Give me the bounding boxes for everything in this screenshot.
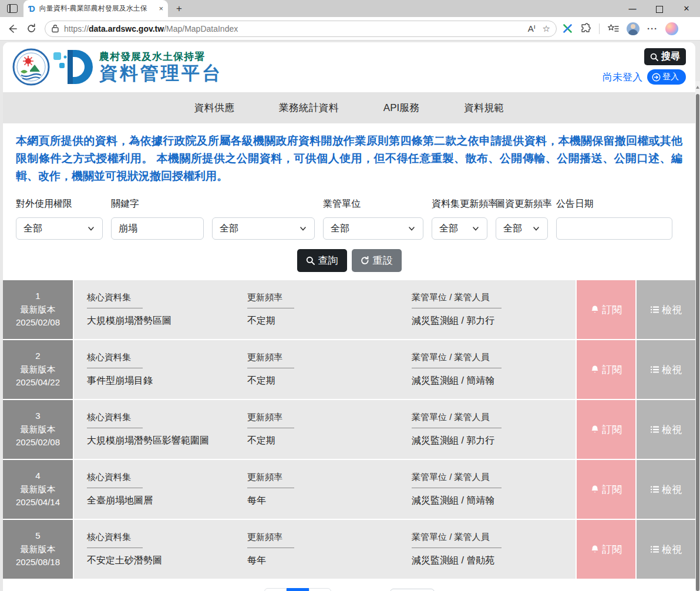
extensions-puzzle-icon[interactable] bbox=[580, 23, 591, 34]
row-version-cell: 1 最新版本 2025/02/08 bbox=[3, 280, 73, 339]
window-controls: — ✕ bbox=[619, 0, 700, 17]
profile-avatar[interactable] bbox=[627, 22, 640, 35]
subscribe-button[interactable]: 訂閱 bbox=[577, 400, 635, 459]
browser-tab[interactable]: Ɗ 向量資料-農業部農村發展及水土保 × bbox=[23, 0, 168, 17]
row-version-label: 最新版本 bbox=[21, 303, 56, 317]
scrollbar-thumb[interactable] bbox=[696, 94, 699, 591]
frequency-label: 更新頻率 bbox=[247, 292, 294, 308]
dataset-field: 核心資料集 大規模崩塌潛勢區圖 bbox=[87, 292, 247, 327]
map-frequency-select[interactable]: 全部 bbox=[496, 217, 548, 240]
tab-close-icon[interactable]: × bbox=[159, 4, 163, 13]
login-icon bbox=[652, 73, 661, 82]
permission-select[interactable]: 全部 bbox=[16, 217, 103, 240]
close-icon[interactable]: ✕ bbox=[673, 0, 700, 17]
row-number: 5 bbox=[35, 529, 40, 543]
site-logo[interactable]: 農村發展及水土保持署 資料管理平台 bbox=[12, 48, 223, 86]
unit-select[interactable]: 全部 bbox=[323, 217, 423, 240]
row-date: 2025/04/14 bbox=[16, 496, 60, 509]
frequency-value: 每年 bbox=[247, 555, 412, 567]
dataset-name: 大規模崩塌潛勢區圖 bbox=[87, 315, 247, 327]
favorites-bar-icon[interactable] bbox=[607, 23, 619, 34]
row-version-label: 最新版本 bbox=[21, 483, 56, 496]
header-search-button[interactable]: 搜尋 bbox=[644, 48, 686, 65]
filter-unit: 業管單位 全部 bbox=[323, 198, 423, 240]
list-icon bbox=[650, 365, 659, 374]
category-select[interactable]: 全部 bbox=[212, 217, 315, 240]
subscribe-button[interactable]: 訂閱 bbox=[577, 340, 635, 399]
back-icon[interactable] bbox=[5, 21, 20, 36]
prev-page-button[interactable]: « bbox=[264, 588, 287, 591]
query-button[interactable]: 查詢 bbox=[297, 249, 347, 272]
subscribe-button[interactable]: 訂閱 bbox=[577, 520, 635, 579]
address-bar[interactable]: https://data.ardswc.gov.tw/Map/MapDataIn… bbox=[45, 21, 557, 37]
chevron-down-icon bbox=[472, 224, 480, 233]
nav-item-data-standard[interactable]: 資料規範 bbox=[464, 101, 504, 115]
subscribe-button[interactable]: 訂閱 bbox=[577, 460, 635, 519]
unit-value: 減災監測組 / 郭力行 bbox=[412, 315, 576, 327]
row-number: 2 bbox=[35, 350, 40, 363]
dataset-label: 核心資料集 bbox=[87, 352, 143, 368]
view-button[interactable]: 檢視 bbox=[637, 340, 695, 399]
agency-emblem-icon bbox=[12, 48, 50, 86]
page-size-select[interactable]: 6 bbox=[390, 589, 435, 591]
dataset-frequency-select[interactable]: 全部 bbox=[432, 217, 487, 240]
copilot-icon[interactable] bbox=[665, 22, 678, 35]
favorite-star-icon[interactable]: ☆ bbox=[543, 23, 550, 34]
row-version-cell: 4 最新版本 2025/04/14 bbox=[3, 460, 73, 519]
workspaces-icon[interactable] bbox=[7, 4, 18, 13]
nav-item-api[interactable]: API服務 bbox=[383, 101, 419, 115]
search-icon bbox=[306, 256, 315, 265]
maximize-icon[interactable] bbox=[646, 0, 673, 17]
refresh-icon[interactable] bbox=[23, 21, 39, 36]
read-aloud-icon[interactable]: Aᑊ bbox=[528, 23, 536, 34]
scroll-up-icon[interactable] bbox=[696, 86, 699, 89]
unit-label: 業管單位 / 業管人員 bbox=[412, 412, 502, 428]
chevron-down-icon bbox=[532, 224, 540, 233]
next-page-button[interactable]: » bbox=[309, 588, 331, 591]
login-button[interactable]: 登入 bbox=[647, 69, 686, 85]
toolbar-extensions: ··· bbox=[563, 22, 678, 35]
table-row: 5 最新版本 2025/08/18 核心資料集 不安定土砂潛勢圖 更新頻率 每年… bbox=[3, 520, 695, 579]
row-content: 核心資料集 大規模崩塌潛勢區圖 更新頻率 不定期 業管單位 / 業管人員 減災監… bbox=[74, 280, 576, 339]
row-date: 2025/02/08 bbox=[16, 316, 60, 330]
frequency-field: 更新頻率 不定期 bbox=[247, 292, 412, 327]
current-page-button[interactable]: 1 bbox=[287, 588, 309, 591]
scrollbar[interactable] bbox=[695, 81, 700, 591]
dataset-field: 核心資料集 大規模崩塌潛勢區影響範圍圖 bbox=[87, 412, 247, 447]
unit-label: 業管單位 / 業管人員 bbox=[412, 292, 502, 308]
new-tab-icon[interactable]: + bbox=[176, 3, 182, 15]
chevron-down-icon bbox=[408, 224, 416, 233]
more-icon[interactable]: ··· bbox=[647, 23, 658, 33]
results-table: 1 最新版本 2025/02/08 核心資料集 大規模崩塌潛勢區圖 更新頻率 不… bbox=[3, 280, 695, 579]
view-button[interactable]: 檢視 bbox=[637, 520, 695, 579]
frequency-field: 更新頻率 不定期 bbox=[247, 352, 412, 387]
row-number: 4 bbox=[35, 469, 40, 483]
login-status: 尚未登入 bbox=[603, 70, 642, 84]
url-text[interactable]: https://data.ardswc.gov.tw/Map/MapDataIn… bbox=[64, 24, 521, 33]
keyword-input[interactable] bbox=[111, 217, 204, 240]
extension-x-icon[interactable] bbox=[563, 23, 573, 33]
dataset-field: 核心資料集 事件型崩塌目錄 bbox=[87, 352, 247, 387]
dataset-name: 事件型崩塌目錄 bbox=[87, 375, 247, 387]
main-nav: 資料供應 業務統計資料 API服務 資料規範 bbox=[3, 92, 695, 123]
subscribe-button[interactable]: 訂閱 bbox=[577, 280, 635, 339]
row-number: 1 bbox=[35, 290, 40, 303]
reset-button[interactable]: 重設 bbox=[352, 249, 402, 272]
minimize-icon[interactable]: — bbox=[619, 0, 646, 17]
view-button[interactable]: 檢視 bbox=[637, 400, 695, 459]
filter-dataset-frequency: 資料集更新頻率 全部 bbox=[432, 198, 487, 240]
nav-item-data-supply[interactable]: 資料供應 bbox=[194, 101, 234, 115]
table-row: 1 最新版本 2025/02/08 核心資料集 大規模崩塌潛勢區圖 更新頻率 不… bbox=[3, 280, 695, 339]
frequency-label: 更新頻率 bbox=[247, 472, 294, 488]
nav-item-statistics[interactable]: 業務統計資料 bbox=[279, 101, 339, 115]
view-button[interactable]: 檢視 bbox=[637, 280, 695, 339]
disclaimer-text: 本網頁所提供的資料，為依據行政院及所屬各級機關政府資料開放作業原則第四條第二款之… bbox=[3, 123, 695, 191]
reset-icon bbox=[361, 256, 369, 265]
announce-date-input[interactable] bbox=[556, 217, 672, 240]
frequency-label: 更新頻率 bbox=[247, 412, 294, 428]
filter-permission: 對外使用權限 全部 bbox=[16, 198, 103, 240]
frequency-value: 不定期 bbox=[247, 375, 412, 387]
row-number: 3 bbox=[35, 409, 40, 423]
view-button[interactable]: 檢視 bbox=[637, 460, 695, 519]
browser-tab-strip: Ɗ 向量資料-農業部農村發展及水土保 × + — ✕ bbox=[0, 0, 700, 17]
